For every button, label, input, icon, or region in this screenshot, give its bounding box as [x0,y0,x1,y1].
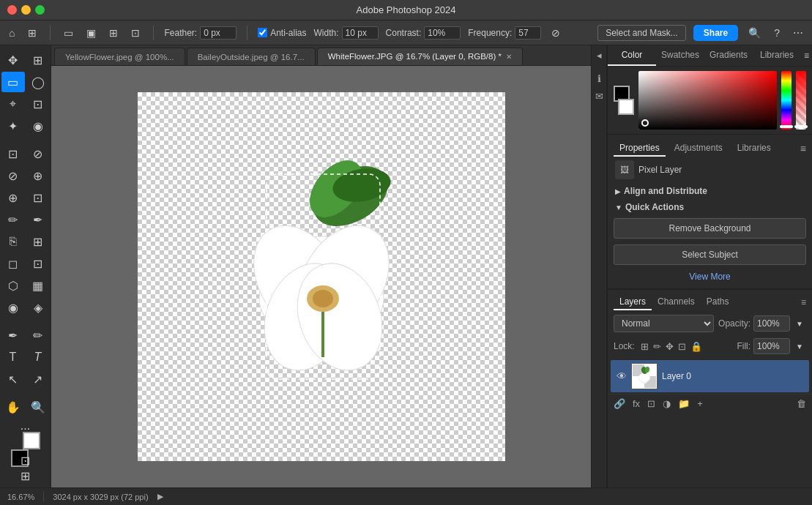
canvas-area[interactable] [51,66,591,487]
marquee-rect-tool[interactable]: ▭ [1,72,25,92]
quick-actions-header[interactable]: ▼ Quick Actions [608,199,812,215]
collapse-icon[interactable]: ◂ [592,48,606,61]
hand-tool[interactable]: ✋ [1,397,25,417]
blur-tool[interactable]: ◉ [1,297,25,318]
paint-bucket-tool[interactable]: ⬡ [1,275,25,296]
align-distribute-header[interactable]: ▶ Align and Distribute [608,183,812,199]
lasso-tool[interactable]: ⌖ [1,94,25,114]
select-subject-button[interactable]: Select Subject [614,244,806,265]
more-options-icon[interactable]: ⋯ [790,26,806,40]
color-sampler-tool[interactable]: ⊕ [26,165,50,186]
tab-baileyoutside[interactable]: BaileyOutside.jpeg @ 16.7... [187,48,316,65]
vertical-text-tool[interactable]: T [26,347,50,367]
artboard-tool[interactable]: ⊞ [26,50,50,70]
delete-layer-icon[interactable]: 🗑 [797,398,806,409]
magic-eraser-tool[interactable]: ⊡ [26,253,50,274]
opacity-input[interactable] [753,315,790,332]
tool-option4-icon[interactable]: ⊡ [128,26,143,40]
layer-row-0[interactable]: 👁 Layer 0 [611,360,809,392]
document-canvas[interactable] [138,92,505,461]
healing-tool[interactable]: ⊕ [1,187,25,208]
tool-preset-icon[interactable]: ▭ [61,26,76,40]
tab-swatches[interactable]: Swatches [656,45,704,66]
fill-input[interactable] [753,338,790,354]
tab-layers[interactable]: Layers [614,294,652,310]
frequency-input[interactable] [515,26,541,40]
tool-option3-icon[interactable]: ⊞ [106,26,121,40]
tab-adjustments[interactable]: Adjustments [668,141,729,157]
link-layers-icon[interactable]: 🔗 [614,398,625,409]
sharpen-tool[interactable]: ◈ [26,297,50,318]
zoom-tool[interactable]: 🔍 [26,397,50,417]
tab-gradients[interactable]: Gradients [704,45,753,66]
text-tool[interactable]: T [1,347,25,367]
share-button[interactable]: Share [693,25,738,41]
background-color[interactable] [23,432,40,449]
new-layer-icon[interactable]: + [697,398,703,409]
marquee-ellipse-tool[interactable]: ◯ [26,72,50,92]
tab-properties[interactable]: Properties [614,141,666,157]
clone-tool[interactable]: ⎘ [1,231,25,252]
remove-background-button[interactable]: Remove Background [614,218,806,239]
workspace-icon[interactable]: ⊞ [25,26,40,40]
magic-wand-tool[interactable]: ✦ [1,116,25,136]
info-icon[interactable]: ℹ [592,72,606,85]
color-picker-handle[interactable] [641,119,649,127]
maximize-button[interactable] [35,5,45,15]
tab-close-icon[interactable]: ✕ [506,53,512,61]
layer-effects-icon[interactable]: fx [633,398,640,409]
blend-mode-select[interactable]: Normal [614,315,714,332]
contrast-input[interactable] [424,26,461,40]
move-tool[interactable]: ✥ [1,50,25,70]
screen-mode-icon[interactable]: ⊞ [14,469,37,483]
path-select-tool[interactable]: ↖ [1,369,25,389]
tab-libraries2[interactable]: Libraries [731,141,777,157]
freeform-pen-tool[interactable]: ✏ [26,325,50,345]
tool-option2-icon[interactable]: ▣ [83,26,99,40]
eyedropper-tool[interactable]: ⊘ [1,165,25,186]
lock-position-icon[interactable]: ✥ [666,341,674,352]
hue-slider[interactable] [781,71,791,130]
status-arrow-icon[interactable]: ▶ [157,492,163,501]
eraser-tool[interactable]: ◻ [1,253,25,274]
home-icon[interactable]: ⌂ [6,26,18,40]
pattern-stamp-tool[interactable]: ⊞ [26,231,50,252]
tab-paths[interactable]: Paths [701,294,735,310]
color-panel-menu-icon[interactable]: ≡ [801,45,812,66]
tab-color[interactable]: Color [608,45,656,66]
tab-yellowflower[interactable]: YellowFlower.jpeg @ 100%... [54,48,185,65]
lock-transparent-icon[interactable]: ⊞ [641,341,649,352]
crop-tool[interactable]: ⊡ [1,143,25,164]
alpha-slider[interactable] [796,71,806,130]
minimize-button[interactable] [21,5,31,15]
gradient-tool[interactable]: ▦ [26,275,50,296]
saturation-luminosity-picker[interactable] [638,71,777,130]
polygonal-lasso-tool[interactable]: ⊡ [26,94,50,114]
direct-select-tool[interactable]: ↗ [26,369,50,389]
hue-handle[interactable] [780,125,793,128]
tab-libraries[interactable]: Libraries [753,45,801,66]
feather-input[interactable] [200,26,236,40]
background-color-swatch[interactable] [618,99,634,115]
pencil-tool[interactable]: ✒ [26,209,50,230]
brush-tool[interactable]: ✏ [1,209,25,230]
select-mask-button[interactable]: Select and Mask... [597,25,686,41]
annotation-icon[interactable]: ✉ [592,89,606,102]
tab-channels[interactable]: Channels [652,294,701,310]
layers-menu-icon[interactable]: ≡ [801,297,806,307]
fill-arrow-icon[interactable]: ▼ [793,341,806,352]
search-icon[interactable]: 🔍 [745,26,764,40]
lock-all-icon[interactable]: 🔒 [690,341,702,352]
antialias-checkbox[interactable] [258,28,267,37]
close-button[interactable] [7,5,17,15]
properties-menu-icon[interactable]: ≡ [800,143,806,154]
patch-tool[interactable]: ⊡ [26,187,50,208]
quick-select-tool[interactable]: ◉ [26,116,50,136]
quick-mask-icon[interactable]: ⊡ [14,454,37,468]
refine-edge-icon[interactable]: ⊘ [548,26,563,40]
view-more-link[interactable]: View More [608,268,812,285]
layer-visibility-icon[interactable]: 👁 [617,370,627,382]
alpha-handle[interactable] [794,125,808,128]
adjustment-layer-icon[interactable]: ◑ [663,398,671,409]
lock-image-pixels-icon[interactable]: ✏ [653,341,661,352]
